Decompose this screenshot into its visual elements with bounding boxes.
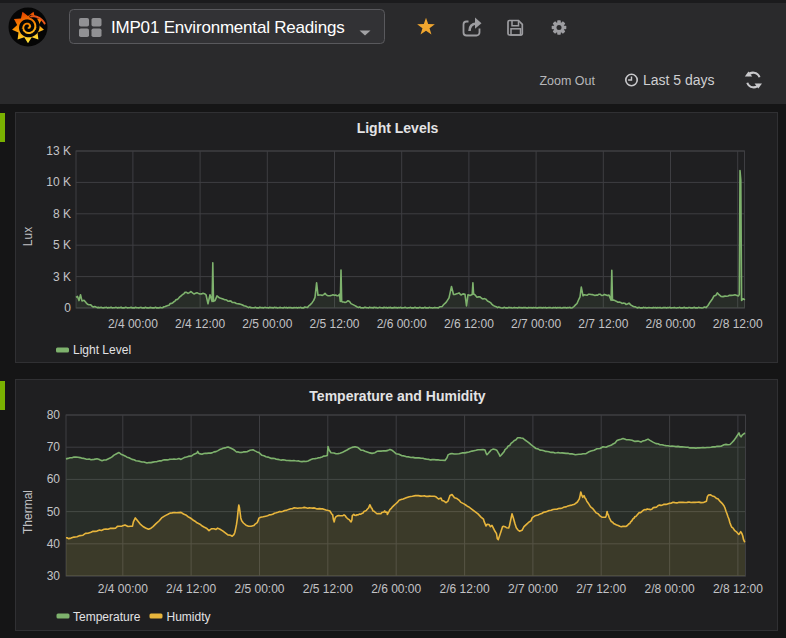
svg-text:Temperature and Humidity: Temperature and Humidity (309, 388, 486, 404)
svg-text:Humidty: Humidty (167, 610, 211, 624)
svg-text:2/7 00:00: 2/7 00:00 (511, 317, 561, 331)
svg-text:70: 70 (47, 440, 61, 454)
svg-text:Light Levels: Light Levels (357, 120, 439, 136)
svg-text:2/4 12:00: 2/4 12:00 (166, 582, 216, 596)
svg-text:2/5 00:00: 2/5 00:00 (242, 317, 292, 331)
svg-text:2/7 12:00: 2/7 12:00 (578, 317, 628, 331)
svg-text:2/5 00:00: 2/5 00:00 (234, 582, 284, 596)
svg-text:2/8 00:00: 2/8 00:00 (645, 582, 695, 596)
svg-text:60: 60 (47, 472, 61, 486)
svg-text:2/7 00:00: 2/7 00:00 (508, 582, 558, 596)
svg-text:Temperature: Temperature (73, 610, 141, 624)
svg-text:0: 0 (64, 301, 71, 315)
svg-text:10 K: 10 K (46, 175, 71, 189)
svg-text:2/8 12:00: 2/8 12:00 (713, 317, 763, 331)
svg-text:2/8 12:00: 2/8 12:00 (713, 582, 763, 596)
svg-text:Thermal: Thermal (21, 490, 35, 534)
svg-text:80: 80 (47, 408, 61, 422)
svg-text:8 K: 8 K (53, 207, 71, 221)
svg-text:Light Level: Light Level (73, 343, 131, 357)
svg-text:5 K: 5 K (53, 238, 71, 252)
svg-text:13 K: 13 K (46, 144, 71, 158)
svg-text:2/4 00:00: 2/4 00:00 (108, 317, 158, 331)
svg-text:2/5 12:00: 2/5 12:00 (303, 582, 353, 596)
svg-text:2/6 12:00: 2/6 12:00 (444, 317, 494, 331)
svg-text:2/6 00:00: 2/6 00:00 (377, 317, 427, 331)
svg-text:2/6 00:00: 2/6 00:00 (371, 582, 421, 596)
svg-text:40: 40 (47, 537, 61, 551)
svg-text:2/4 00:00: 2/4 00:00 (98, 582, 148, 596)
svg-text:Last 5 days: Last 5 days (643, 72, 715, 88)
svg-text:IMP01 Environmental Readings: IMP01 Environmental Readings (111, 18, 344, 37)
svg-text:Zoom Out: Zoom Out (539, 74, 595, 88)
svg-text:2/6 12:00: 2/6 12:00 (440, 582, 490, 596)
svg-text:30: 30 (47, 569, 61, 583)
svg-text:50: 50 (47, 505, 61, 519)
svg-text:2/7 12:00: 2/7 12:00 (576, 582, 626, 596)
svg-text:2/8 00:00: 2/8 00:00 (645, 317, 695, 331)
svg-text:2/4 12:00: 2/4 12:00 (175, 317, 225, 331)
svg-text:3 K: 3 K (53, 270, 71, 284)
svg-text:Lux: Lux (21, 227, 35, 246)
svg-text:2/5 12:00: 2/5 12:00 (309, 317, 359, 331)
